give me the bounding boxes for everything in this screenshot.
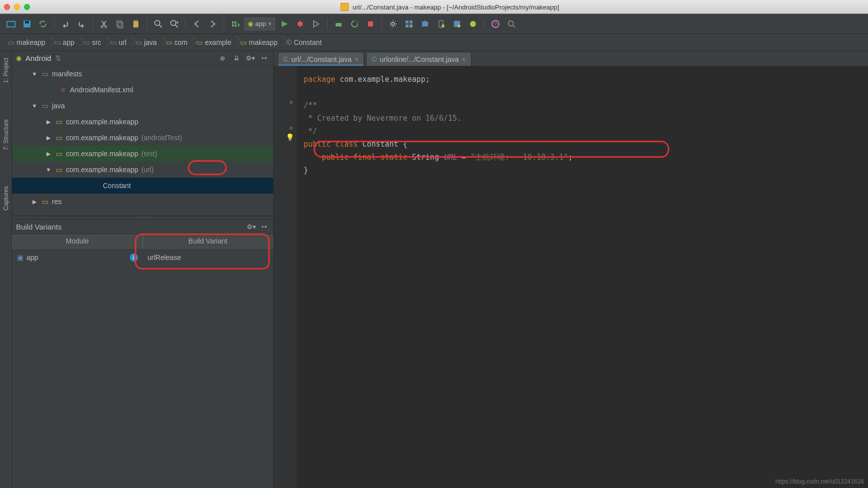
breadcrumb-item[interactable]: ▭example [193,36,236,49]
editor-tab-active[interactable]: © url/.../Constant.java × [278,52,364,66]
view-switch-icon[interactable]: ⇅ [55,54,61,62]
variant-column-header: Build Variant [143,235,274,248]
captures-tool-tab[interactable]: Captures [1,183,10,214]
android-icon: ◉ [16,54,21,62]
module-icon: ▣ [17,253,23,261]
editor-tab[interactable]: © urlonline/.../Constant.java × [366,52,471,66]
gear-icon[interactable]: ⚙▾ [246,222,256,232]
tool-window-bar-left: 1: Project 7: Structure Captures [0,51,12,488]
project-tree[interactable]: ▼ ▭ manifests ≡ AndroidManifest.xml ▼ ▭ … [12,66,273,216]
forward-button[interactable] [206,17,220,31]
tree-node-pkg-test[interactable]: ▶ ▭ com.example.makeapp (test) [12,146,273,162]
paste-button[interactable] [129,17,143,31]
tree-node-manifest-file[interactable]: ≡ AndroidManifest.xml [12,82,273,98]
hide-panel-icon[interactable]: ↦ [259,53,269,63]
project-structure-button[interactable] [402,17,416,31]
class-icon: © [287,38,292,46]
variant-value[interactable]: urlRelease [148,253,181,261]
gear-icon[interactable]: ⚙▾ [245,53,255,63]
toolbar-separator [327,18,328,29]
tree-node-manifests[interactable]: ▼ ▭ manifests [12,66,273,82]
save-button[interactable] [20,17,34,31]
cut-button[interactable] [97,17,111,31]
editor-tab-bar: © url/.../Constant.java × © urlonline/..… [274,51,868,66]
open-button[interactable] [4,17,18,31]
run-config-selector[interactable]: ◉ app ▾ [244,17,275,30]
java-file-icon [341,3,349,11]
svg-point-10 [171,20,176,25]
scroll-from-source-icon[interactable]: ⊕ [217,53,227,63]
stop-button[interactable] [364,17,378,31]
close-tab-icon[interactable]: × [355,55,359,63]
intention-bulb-icon[interactable]: 💡 [286,131,294,144]
tree-node-constant[interactable]: Constant [12,178,273,194]
collapse-all-icon[interactable]: ⇊ [231,53,241,63]
module-column-header: Module [12,235,143,248]
android-monitor-button[interactable] [450,17,464,31]
replace-button[interactable] [167,17,181,31]
make-button[interactable] [228,17,242,31]
window-title: url/.../Constant.java - makeapp - [~/And… [36,3,864,11]
svg-rect-5 [117,21,121,26]
svg-rect-6 [118,22,123,28]
breadcrumb-item[interactable]: ©Constant [284,36,327,49]
build-variants-title: Build Variants [16,223,61,231]
tree-node-pkg-androidtest[interactable]: ▶ ▭ com.example.makeapp (androidTest) [12,130,273,146]
code-editor[interactable]: ⊖ ⊖ 💡 package com.example.makeapp; /** *… [274,66,868,488]
maximize-window-button[interactable] [24,4,30,10]
structure-tool-tab[interactable]: 7: Structure [1,116,10,153]
folder-icon: ▭ [41,70,49,78]
table-row[interactable]: ▣ app i urlRelease [12,248,273,266]
sync-button[interactable] [36,17,50,31]
fold-icon[interactable]: ⊖ [290,96,293,109]
close-window-button[interactable] [4,4,10,10]
toolbar-separator [92,18,93,29]
watermark-text: https://blog.csdn.net/u012241616 [776,478,864,485]
close-tab-icon[interactable]: × [461,55,465,63]
tree-node-res[interactable]: ▶ ▭ res [12,194,273,210]
search-everywhere-button[interactable] [504,17,518,31]
run-config-label: app [255,20,266,27]
run-button[interactable] [277,17,291,31]
panel-splitter[interactable]: ⋯⋯ [12,216,273,220]
undo-button[interactable] [58,17,72,31]
breadcrumb-bar: ▭makeapp ▭app ▭src ▭url ▭java ▭com ▭exam… [0,34,868,51]
tree-node-pkg-url[interactable]: ▼ ▭ com.example.makeapp (url) [12,162,273,178]
breadcrumb-item[interactable]: ▭com [163,36,192,49]
tree-node-java[interactable]: ▼ ▭ java [12,98,273,114]
help-button[interactable]: ? [488,17,502,31]
project-tool-tab[interactable]: 1: Project [1,55,10,86]
avd-manager-button[interactable] [434,17,448,31]
svg-rect-2 [25,21,29,23]
apply-changes-button[interactable] [348,17,362,31]
build-variants-header: Build Variants ⚙▾ ↦ [12,220,273,235]
debug-button[interactable] [293,17,307,31]
breadcrumb-item[interactable]: ▭app [51,36,79,49]
android-icon: ◉ [248,20,253,27]
minimize-window-button[interactable] [14,4,20,10]
folder-icon: ▭ [83,38,90,46]
breadcrumb-item[interactable]: ▭java [132,36,162,49]
redo-button[interactable] [74,17,88,31]
package-icon: ▭ [166,38,172,46]
breadcrumb-item[interactable]: ▭makeapp [237,36,283,49]
back-button[interactable] [190,17,204,31]
breadcrumb-item[interactable]: ▭src [80,36,106,49]
settings-button[interactable] [386,17,400,31]
attach-debugger-button[interactable] [332,17,346,31]
run-coverage-button[interactable] [309,17,323,31]
breadcrumb-item[interactable]: ▭makeapp [5,36,50,49]
info-icon[interactable]: i [130,253,138,261]
tree-node-pkg-main[interactable]: ▶ ▭ com.example.makeapp [12,114,273,130]
editor-gutter [274,66,297,488]
android-button[interactable] [466,17,480,31]
find-button[interactable] [151,17,165,31]
copy-button[interactable] [113,17,127,31]
chevron-down-icon: ▾ [268,20,272,27]
breadcrumb-item[interactable]: ▭url [107,36,132,49]
sdk-manager-button[interactable] [418,17,432,31]
svg-rect-16 [410,20,413,23]
project-view-label[interactable]: Android [25,54,51,62]
hide-panel-icon[interactable]: ↦ [259,222,269,232]
main-toolbar: ◉ app ▾ ? [0,14,868,34]
